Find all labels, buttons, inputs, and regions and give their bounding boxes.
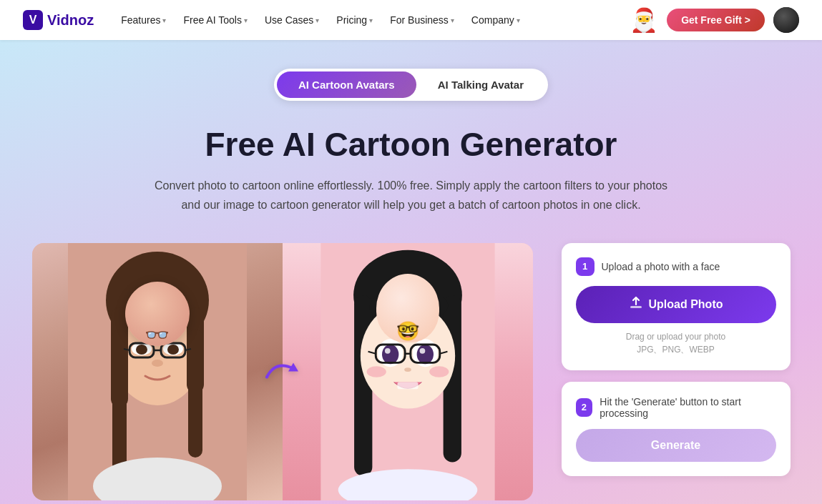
svg-point-37 — [366, 366, 386, 377]
svg-point-29 — [416, 345, 433, 364]
step-1-header: 1 Upload a photo with a face — [576, 257, 776, 276]
step-2-description: Hit the 'Generate' button to start proce… — [600, 396, 775, 419]
svg-point-38 — [429, 366, 449, 377]
tab-ai-talking-avatar[interactable]: AI Talking Avatar — [416, 71, 545, 98]
chevron-icon: ▾ — [244, 16, 248, 24]
step-1-card: 1 Upload a photo with a face Upload Phot… — [562, 243, 791, 370]
svg-rect-6 — [188, 329, 202, 458]
right-panel: 1 Upload a photo with a face Upload Phot… — [562, 243, 791, 476]
chevron-icon: ▾ — [451, 16, 454, 24]
nav-item-company[interactable]: Company ▾ — [464, 10, 527, 30]
nav-item-features[interactable]: Features ▾ — [114, 10, 173, 30]
chevron-icon: ▾ — [315, 16, 319, 24]
upload-photo-button[interactable]: Upload Photo — [576, 286, 776, 323]
main-content: Before — [32, 243, 791, 500]
real-photo — [32, 243, 283, 500]
svg-point-10 — [167, 345, 179, 355]
transition-arrow — [261, 352, 304, 390]
svg-point-16 — [152, 360, 163, 367]
page-title: Free AI Cartoon Generator — [205, 127, 617, 163]
nav-links: Features ▾ Free AI Tools ▾ Use Cases ▾ P… — [114, 10, 630, 30]
svg-point-23 — [369, 293, 411, 321]
avatar-image — [773, 7, 799, 33]
real-face-svg — [32, 243, 283, 500]
logo[interactable]: V Vidnoz — [23, 10, 94, 30]
chevron-icon: ▾ — [517, 16, 520, 24]
svg-point-25 — [360, 303, 454, 409]
nav-item-pricing[interactable]: Pricing ▾ — [329, 10, 380, 30]
svg-point-39 — [404, 367, 411, 372]
before-side: Before — [32, 243, 283, 500]
avatar[interactable] — [773, 7, 799, 33]
tab-ai-cartoon-avatars[interactable]: AI Cartoon Avatars — [277, 71, 416, 98]
cartoon-photo — [283, 243, 533, 500]
after-side: After — [283, 243, 533, 500]
svg-rect-42 — [630, 306, 642, 308]
upload-hint: Drag or upload your photo JPG、PNG、WEBP — [576, 330, 776, 356]
svg-point-28 — [382, 345, 398, 364]
nav-right: 🎅 Get Free Gift > — [630, 7, 799, 33]
svg-rect-40 — [397, 382, 418, 390]
logo-text: Vidnoz — [47, 12, 94, 29]
tab-toggle: AI Cartoon Avatars AI Talking Avatar — [274, 69, 548, 101]
step-1-badge: 1 — [576, 257, 595, 276]
step-2-card: 2 Hit the 'Generate' button to start pro… — [562, 382, 791, 476]
nav-item-free-ai-tools[interactable]: Free AI Tools ▾ — [176, 10, 254, 30]
svg-point-24 — [408, 293, 447, 318]
svg-point-30 — [384, 348, 390, 354]
page-subheadline: Convert photo to cartoon online effortle… — [154, 176, 669, 214]
step-2-header: 2 Hit the 'Generate' button to start pro… — [576, 396, 776, 419]
svg-point-9 — [136, 345, 147, 355]
santa-icon: 🎅 — [630, 9, 658, 31]
logo-icon: V — [23, 10, 43, 30]
svg-rect-5 — [112, 329, 127, 472]
svg-point-31 — [419, 348, 425, 354]
generate-button[interactable]: Generate — [576, 429, 776, 462]
upload-icon — [629, 296, 643, 313]
step-1-description: Upload a photo with a face — [602, 261, 720, 272]
before-after-panel: Before — [32, 243, 533, 500]
nav-item-for-business[interactable]: For Business ▾ — [383, 10, 461, 30]
cartoon-face-svg — [283, 243, 533, 500]
gift-button[interactable]: Get Free Gift > — [667, 9, 765, 31]
chevron-icon: ▾ — [369, 16, 373, 24]
step-2-badge: 2 — [576, 398, 593, 417]
hero-section: AI Cartoon Avatars AI Talking Avatar Fre… — [0, 40, 822, 504]
chevron-icon: ▾ — [162, 16, 166, 24]
nav-item-use-cases[interactable]: Use Cases ▾ — [258, 10, 326, 30]
navbar: V Vidnoz Features ▾ Free AI Tools ▾ Use … — [0, 0, 822, 40]
